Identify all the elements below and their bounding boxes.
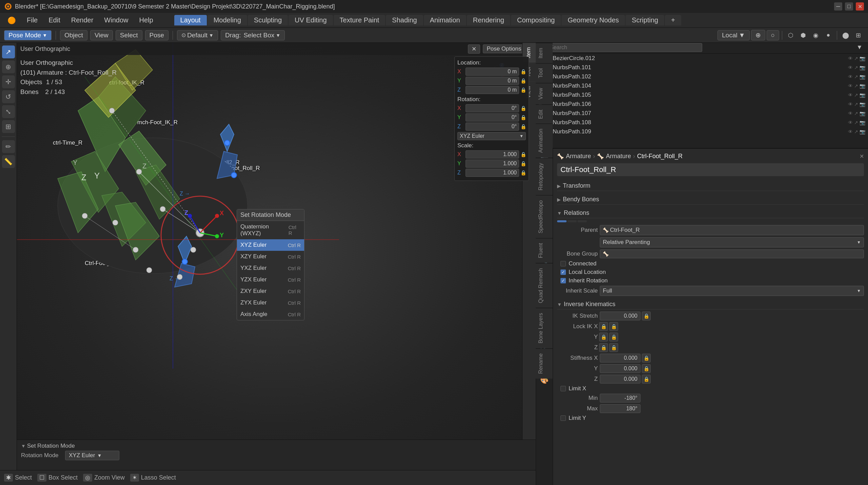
ctx-axis-angle[interactable]: Axis Angle Ctrl R bbox=[237, 309, 304, 320]
rotation-z-lock[interactable]: 🔒 bbox=[520, 124, 526, 129]
menu-file[interactable]: 🟠 bbox=[3, 15, 21, 26]
pointer-icon-bezier[interactable]: ↗ bbox=[854, 56, 858, 61]
outliner-item-nurbs101[interactable]: ▶ 〜 NurbsPath.101 👁 ↗ 📷 bbox=[536, 63, 868, 72]
object-menu-button[interactable]: Object bbox=[60, 30, 87, 40]
outliner-item-nurbs104[interactable]: ▶ 〜 NurbsPath.104 👁↗📷 bbox=[536, 81, 868, 90]
limit-y-checkbox[interactable] bbox=[560, 415, 566, 421]
eye-icon-3[interactable]: 👁 bbox=[848, 92, 853, 98]
stiffness-x-input[interactable]: 0.000 bbox=[600, 354, 640, 362]
lock-ik-x-button[interactable]: 🔒 bbox=[599, 322, 608, 331]
tab-rendering[interactable]: Rendering bbox=[467, 15, 510, 25]
rendered-shading-button[interactable]: ● bbox=[823, 30, 834, 41]
pointer-icon-3[interactable]: ↗ bbox=[854, 92, 858, 98]
render-icon[interactable]: 📷 bbox=[860, 74, 865, 79]
prop-section-relations-header[interactable]: ▼ Relations bbox=[557, 208, 864, 218]
location-y-input[interactable]: 0 m bbox=[466, 77, 519, 85]
drag-button[interactable]: Drag: Select Box ▼ bbox=[221, 30, 285, 40]
menu-help[interactable]: Help bbox=[134, 15, 158, 25]
outliner-item-nurbs102[interactable]: ▶ 〜 NurbsPath.102 👁↗📷 bbox=[536, 72, 868, 81]
move-tool-button[interactable]: ✛ bbox=[2, 75, 15, 88]
eye-icon-5[interactable]: 👁 bbox=[848, 111, 853, 116]
outliner-item-nurbs107[interactable]: ▶ 〜 NurbsPath.107 👁↗📷 bbox=[536, 109, 868, 118]
select-menu-button[interactable]: Select bbox=[116, 30, 142, 40]
location-z-lock[interactable]: 🔒 bbox=[520, 87, 526, 93]
inherit-scale-dropdown[interactable]: Full ▼ bbox=[600, 286, 864, 296]
pointer-icon-nurbs101[interactable]: ↗ bbox=[854, 65, 858, 70]
annotate-tool-button[interactable]: ✏ bbox=[2, 140, 15, 153]
scale-z-lock[interactable]: 🔒 bbox=[520, 170, 526, 175]
pointer-icon-7[interactable]: ↗ bbox=[854, 129, 858, 134]
pointer-icon[interactable]: ↗ bbox=[854, 74, 858, 79]
eye-icon[interactable]: 👁 bbox=[848, 74, 853, 79]
stiffness-z-input[interactable]: 0.000 bbox=[600, 375, 640, 384]
limit-x-min-input[interactable]: -180° bbox=[600, 394, 640, 403]
side-label-retopology[interactable]: Retopology bbox=[536, 158, 553, 195]
render-icon-bezier[interactable]: 📷 bbox=[860, 56, 865, 61]
render-icon-nurbs101[interactable]: 📷 bbox=[860, 65, 865, 70]
rel-tab-1[interactable] bbox=[557, 220, 567, 222]
location-y-lock[interactable]: 🔒 bbox=[520, 78, 526, 83]
limit-x-checkbox[interactable] bbox=[560, 386, 566, 391]
render-icon-6[interactable]: 📷 bbox=[860, 120, 865, 125]
outliner-search-input[interactable] bbox=[547, 43, 702, 52]
rel-tab-3[interactable] bbox=[577, 220, 587, 222]
parent-value[interactable]: 🦴 Ctrl-Foot_R bbox=[600, 225, 864, 235]
prop-section-transform-header[interactable]: ▶ Transform bbox=[557, 181, 864, 191]
prop-section-ik-header[interactable]: ▼ Inverse Kinematics bbox=[557, 299, 864, 310]
pointer-icon-4[interactable]: ↗ bbox=[854, 101, 858, 107]
side-label-fluent[interactable]: Fluent bbox=[536, 238, 553, 263]
tab-scripting[interactable]: Scripting bbox=[626, 15, 664, 25]
side-label-edit[interactable]: Edit bbox=[536, 105, 553, 124]
lock-ik-y-button[interactable]: 🔒 bbox=[599, 333, 608, 341]
tab-add[interactable]: + bbox=[665, 15, 681, 25]
maximize-button[interactable]: □ bbox=[845, 2, 853, 11]
orientation-button[interactable]: ⊙ Default ▼ bbox=[177, 30, 218, 40]
scale-y-input[interactable]: 1.000 bbox=[466, 160, 519, 168]
render-icon-3[interactable]: 📷 bbox=[860, 92, 865, 98]
rel-tab-2[interactable] bbox=[567, 220, 577, 222]
inherit-rotation-checkbox[interactable]: ✓ bbox=[560, 278, 566, 283]
render-icon-5[interactable]: 📷 bbox=[860, 111, 865, 116]
ctx-quaternion[interactable]: Quaternion (WXYZ) Ctrl R bbox=[237, 221, 304, 239]
relative-parenting-dropdown[interactable]: Relative Parenting ▼ bbox=[600, 237, 864, 247]
scale-x-lock[interactable]: 🔒 bbox=[520, 152, 526, 157]
rotation-z-input[interactable]: 0° bbox=[466, 123, 519, 131]
eye-icon-7[interactable]: 👁 bbox=[848, 129, 853, 134]
close-button[interactable]: ✕ bbox=[856, 2, 864, 11]
eye-icon-6[interactable]: 👁 bbox=[848, 120, 853, 125]
rotation-x-lock[interactable]: 🔒 bbox=[520, 106, 526, 111]
ctx-zyx-euler[interactable]: ZYX Euler Ctrl R bbox=[237, 297, 304, 309]
wireframe-shading-button[interactable]: ⬡ bbox=[785, 30, 796, 41]
transform-tool-button[interactable]: ⊞ bbox=[2, 120, 15, 133]
gizmo-button[interactable]: ⊞ bbox=[852, 30, 864, 41]
render-icon-2[interactable]: 📷 bbox=[860, 83, 865, 89]
overlay-button[interactable]: ⬤ bbox=[840, 30, 851, 41]
select-tool-button[interactable]: ↗ bbox=[2, 45, 15, 58]
outliner-item-nurbs109[interactable]: ▶ 〜 NurbsPath.109 👁↗📷 bbox=[536, 127, 868, 136]
stiffness-y-input[interactable]: 0.000 bbox=[600, 364, 640, 373]
bone-name-display[interactable]: Ctrl-Foot_Roll_R bbox=[557, 163, 864, 176]
render-icon-7[interactable]: 📷 bbox=[860, 129, 865, 134]
local-location-checkbox[interactable]: ✓ bbox=[560, 269, 566, 275]
tab-uv-editing[interactable]: UV Editing bbox=[289, 15, 333, 25]
ik-stretch-input[interactable]: 0.000 bbox=[600, 312, 640, 320]
pointer-icon-5[interactable]: ↗ bbox=[854, 111, 858, 116]
menu-render[interactable]: Render bbox=[66, 15, 98, 25]
tab-modeling[interactable]: Modeling bbox=[208, 15, 247, 25]
viewport[interactable]: X Y Z Z Y Y Z Z → Z → User Orthographic … bbox=[17, 43, 536, 458]
scale-y-lock[interactable]: 🔒 bbox=[520, 161, 526, 166]
scale-tool-button[interactable]: ⤡ bbox=[2, 105, 15, 118]
side-label-quad-remesh[interactable]: Quad Remesh bbox=[536, 263, 553, 308]
tab-shading[interactable]: Shading bbox=[386, 15, 423, 25]
side-label-item[interactable]: Item bbox=[536, 43, 553, 63]
lock-ik-z-button[interactable]: 🔒 bbox=[599, 343, 608, 352]
menu-edit[interactable]: Edit bbox=[44, 15, 65, 25]
eye-icon-2[interactable]: 👁 bbox=[848, 83, 853, 89]
eye-icon-4[interactable]: 👁 bbox=[848, 101, 853, 107]
ctx-yxz-euler[interactable]: YXZ Euler Ctrl R bbox=[237, 262, 304, 274]
breadcrumb-armature[interactable]: Armature bbox=[606, 153, 631, 160]
breadcrumb-bone[interactable]: Ctrl-Foot_Roll_R bbox=[637, 153, 683, 160]
rotate-tool-button[interactable]: ↺ bbox=[2, 90, 15, 103]
outliner-item-nurbs106[interactable]: ▶ 〜 NurbsPath.106 👁↗📷 bbox=[536, 99, 868, 109]
tab-texture-paint[interactable]: Texture Paint bbox=[334, 15, 386, 25]
